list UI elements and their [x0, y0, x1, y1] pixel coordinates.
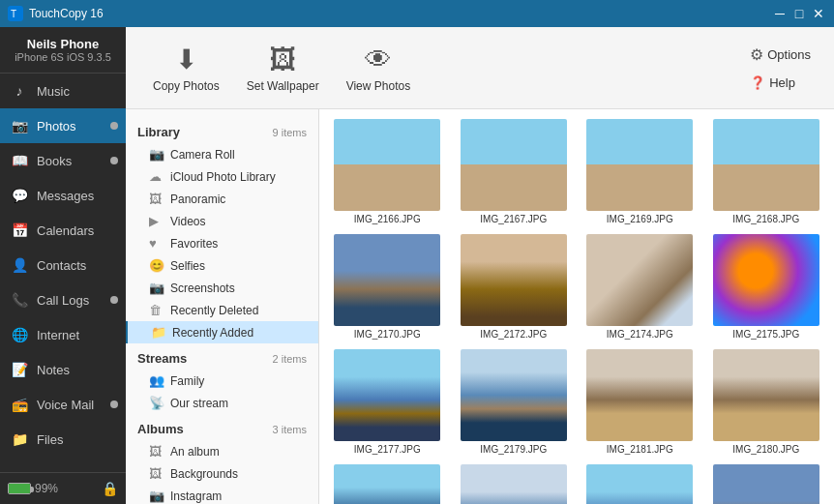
nav-label-contacts: Contacts: [37, 258, 86, 273]
sidebar-item-music[interactable]: ♪ Music: [0, 74, 126, 108]
nav-label-voicemail: Voice Mail: [37, 398, 94, 412]
tree-item-camera-roll[interactable]: 📷 Camera Roll: [126, 143, 318, 165]
tree-item-family[interactable]: 👥 Family: [126, 370, 318, 392]
photo-item-img2179[interactable]: IMG_2179.JPG: [452, 345, 577, 459]
favorites-label: Favorites: [170, 237, 218, 251]
photo-item-img2169[interactable]: IMG_2169.JPG: [578, 115, 702, 228]
photo-item-img2166[interactable]: IMG_2166.JPG: [325, 115, 450, 228]
library-header: Library 9 items: [126, 117, 318, 143]
photo-thumb-img2169: [586, 119, 693, 211]
backgrounds-label: Backgrounds: [170, 467, 238, 481]
photos-dot: [110, 122, 118, 130]
set-wallpaper-button[interactable]: 🖼 Set Wallpaper: [235, 36, 331, 101]
family-label: Family: [170, 374, 204, 388]
battery-area: 99% 🔒: [0, 472, 126, 504]
photo-item-img2172[interactable]: IMG_2172.JPG: [452, 230, 577, 343]
nav-label-music: Music: [37, 84, 70, 99]
photo-label-img2166: IMG_2166.JPG: [354, 214, 421, 224]
file-tree: Library 9 items 📷 Camera Roll ☁ iCloud P…: [126, 109, 319, 504]
recently-added-icon: 📁: [151, 325, 166, 340]
photo-thumb-img2177: [334, 349, 440, 441]
photo-thumb-img2184: [586, 464, 693, 504]
options-button[interactable]: ⚙ Options: [742, 42, 819, 68]
panoramic-icon: 🖼: [149, 192, 164, 206]
maximize-button[interactable]: □: [791, 6, 807, 21]
tree-item-an-album[interactable]: 🖼 An album: [126, 440, 318, 462]
backgrounds-icon: 🖼: [149, 466, 164, 481]
copy-photos-button[interactable]: ⬇ Copy Photos: [141, 36, 231, 101]
view-photos-button[interactable]: 👁 View Photos: [335, 36, 423, 101]
photo-item-img2170[interactable]: IMG_2170.JPG: [325, 230, 450, 343]
photo-label-img2179: IMG_2179.JPG: [480, 444, 547, 455]
photo-item-img2183[interactable]: IMG_2183.JPG: [452, 460, 577, 504]
albums-header: Albums 3 items: [126, 414, 318, 440]
photo-item-img2168[interactable]: IMG_2168.JPG: [704, 115, 829, 228]
photo-label-img2181: IMG_2181.JPG: [607, 444, 673, 455]
sidebar-item-photos[interactable]: 📷 Photos: [0, 108, 126, 143]
copy-photos-label: Copy Photos: [153, 79, 220, 93]
tree-item-panoramic[interactable]: 🖼 Panoramic: [126, 188, 318, 210]
tree-item-recently-added[interactable]: 📁 Recently Added: [126, 321, 318, 343]
tree-item-videos[interactable]: ▶ Videos: [126, 210, 318, 232]
selfies-label: Selfies: [170, 259, 205, 273]
battery-fill: [9, 484, 30, 493]
nav-label-notes: Notes: [37, 363, 70, 377]
set-wallpaper-icon: 🖼: [269, 44, 296, 75]
sidebar-item-contacts[interactable]: 👤 Contacts: [0, 248, 126, 282]
sidebar-item-internet[interactable]: 🌐 Internet: [0, 317, 126, 352]
photo-label-img2170: IMG_2170.JPG: [354, 329, 421, 340]
contacts-icon: 👤: [10, 255, 29, 275]
tree-item-icloud[interactable]: ☁ iCloud Photo Library: [126, 165, 318, 188]
photo-item-img2181[interactable]: IMG_2181.JPG: [578, 345, 702, 459]
tree-item-backgrounds[interactable]: 🖼 Backgrounds: [126, 462, 318, 485]
calendars-icon: 📅: [10, 221, 29, 240]
copy-photos-icon: ⬇: [175, 44, 197, 75]
photo-item-img2185[interactable]: IMG_2185.JPG: [704, 460, 829, 504]
photo-item-img2182[interactable]: IMG_2182.JPG: [325, 460, 450, 504]
sidebar-item-calendars[interactable]: 📅 Calendars: [0, 213, 126, 248]
icloud-icon: ☁: [149, 169, 164, 184]
videos-label: Videos: [170, 215, 205, 228]
help-button[interactable]: ❓ Help: [742, 72, 819, 94]
photo-item-img2177[interactable]: IMG_2177.JPG: [325, 345, 450, 459]
photo-item-img2184[interactable]: IMG_2184.JPG: [578, 460, 702, 504]
photo-item-img2180[interactable]: IMG_2180.JPG: [704, 345, 829, 459]
photo-label-img2167: IMG_2167.JPG: [480, 214, 547, 224]
app-body: Neils Phone iPhone 6S iOS 9.3.5 ♪ Music …: [0, 27, 834, 504]
app-icon: T: [8, 6, 23, 21]
sidebar-item-files[interactable]: 📁 Files: [0, 422, 126, 457]
tree-item-favorites[interactable]: ♥ Favorites: [126, 232, 318, 254]
photo-item-img2174[interactable]: IMG_2174.JPG: [578, 230, 702, 343]
photo-thumb-img2180: [713, 349, 819, 441]
photo-item-img2175[interactable]: IMG_2175.JPG: [704, 230, 829, 343]
calllogs-dot: [110, 296, 118, 304]
sidebar-item-calllogs[interactable]: 📞 Call Logs: [0, 282, 126, 317]
tree-item-instagram[interactable]: 📷 Instagram: [126, 485, 318, 504]
photo-label-img2168: IMG_2168.JPG: [732, 214, 799, 224]
sidebar-item-notes[interactable]: 📝 Notes: [0, 352, 126, 387]
library-count: 9 items: [273, 127, 307, 138]
photo-label-img2172: IMG_2172.JPG: [480, 329, 547, 340]
notes-icon: 📝: [10, 360, 29, 379]
files-icon: 📁: [10, 430, 29, 449]
tree-item-selfies[interactable]: 😊 Selfies: [126, 254, 318, 277]
close-button[interactable]: ✕: [811, 6, 826, 21]
tree-item-screenshots[interactable]: 📷 Screenshots: [126, 277, 318, 299]
recently-deleted-label: Recently Deleted: [170, 304, 258, 317]
photo-item-img2167[interactable]: IMG_2167.JPG: [452, 115, 577, 228]
sidebar-item-messages[interactable]: 💬 Messages: [0, 178, 126, 213]
sidebar-item-voicemail[interactable]: 📻 Voice Mail: [0, 387, 126, 422]
tree-item-recently-deleted[interactable]: 🗑 Recently Deleted: [126, 299, 318, 321]
camera-roll-icon: 📷: [149, 147, 164, 162]
voicemail-dot: [110, 400, 118, 408]
photo-label-img2177: IMG_2177.JPG: [354, 444, 421, 455]
nav-label-calendars: Calendars: [37, 223, 94, 238]
toolbar: ⬇ Copy Photos 🖼 Set Wallpaper 👁 View Pho…: [126, 27, 834, 109]
calllogs-icon: 📞: [10, 290, 29, 310]
screenshots-label: Screenshots: [170, 282, 235, 295]
sidebar-item-books[interactable]: 📖 Books: [0, 143, 126, 178]
photo-grid: IMG_2166.JPGIMG_2167.JPGIMG_2169.JPGIMG_…: [323, 113, 830, 504]
minimize-button[interactable]: ─: [772, 6, 788, 21]
tree-item-our-stream[interactable]: 📡 Our stream: [126, 392, 318, 414]
battery-label: 99%: [35, 482, 58, 495]
